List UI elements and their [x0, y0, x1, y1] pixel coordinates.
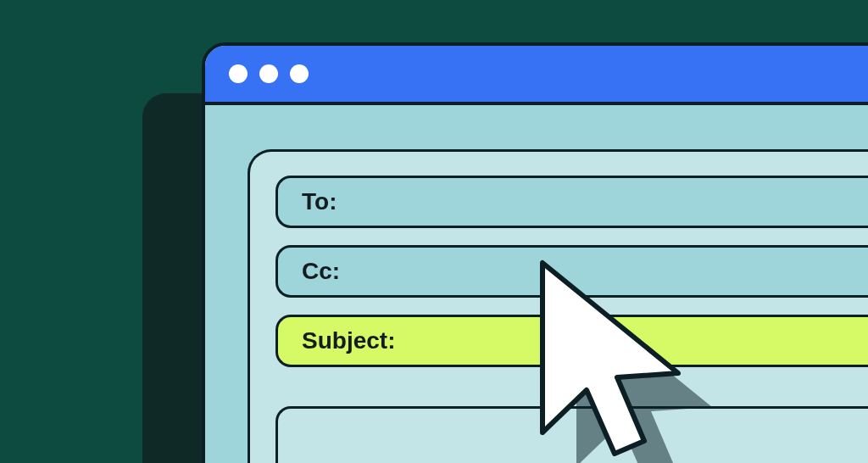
minimize-icon[interactable] — [259, 64, 278, 83]
subject-label: Subject: — [302, 327, 395, 354]
cursor-icon — [526, 254, 712, 463]
maximize-icon[interactable] — [290, 64, 309, 83]
window-titlebar — [205, 46, 868, 105]
to-field[interactable]: To: — [275, 176, 868, 228]
cc-label: Cc: — [302, 258, 340, 285]
illustration-stage: To: Cc: Subject: — [0, 0, 868, 463]
to-label: To: — [302, 188, 337, 215]
close-icon[interactable] — [229, 64, 248, 83]
